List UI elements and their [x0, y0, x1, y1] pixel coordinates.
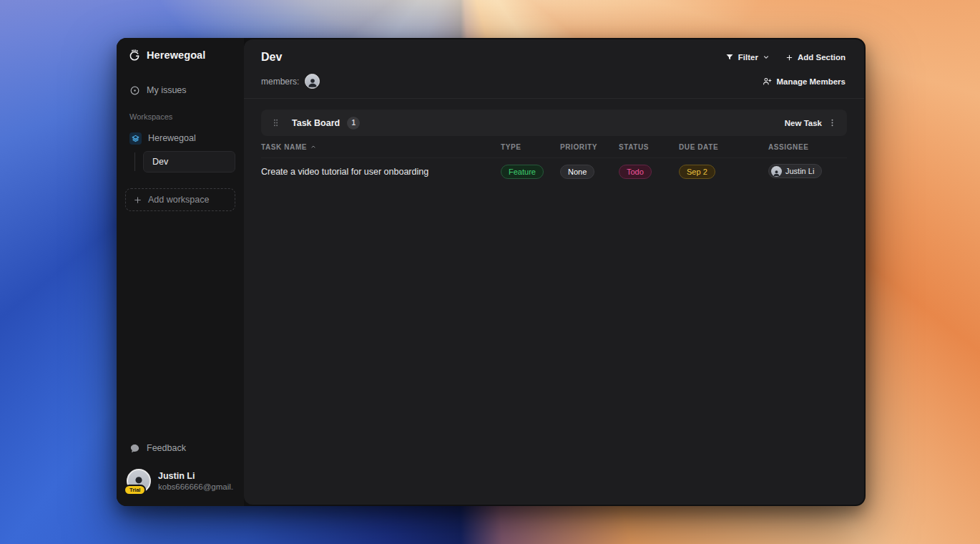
- funnel-icon: [725, 53, 734, 62]
- members-label: members:: [261, 77, 299, 87]
- plus-icon: [133, 195, 142, 205]
- user-name: Justin Li: [158, 471, 234, 481]
- add-workspace-label: Add workspace: [148, 195, 209, 205]
- filter-label: Filter: [738, 53, 758, 62]
- workspace-layers-icon: [129, 132, 142, 145]
- due-date-badge[interactable]: Sep 2: [679, 165, 715, 179]
- filter-button[interactable]: Filter: [724, 50, 771, 64]
- workspace-name: Herewegoal: [148, 133, 196, 143]
- plus-icon: [785, 54, 793, 62]
- assignee-badge[interactable]: Justin Li: [768, 164, 822, 178]
- app-brand: Herewegoal: [125, 49, 235, 62]
- drag-handle-icon[interactable]: [271, 117, 280, 128]
- section-menu-icon[interactable]: [828, 117, 837, 128]
- add-workspace-button[interactable]: Add workspace: [125, 188, 235, 211]
- speech-bubble-icon: [129, 443, 140, 454]
- new-task-button[interactable]: New Task: [785, 119, 822, 127]
- tree-indent-line: [134, 152, 135, 171]
- user-profile[interactable]: Trial Justin Li kobs666666@gmail....: [125, 467, 235, 496]
- page-title: Dev: [261, 51, 282, 64]
- assignee-name: Justin Li: [785, 167, 814, 175]
- member-avatar[interactable]: [305, 74, 320, 89]
- task-name[interactable]: Create a video tutorial for user onboard…: [261, 167, 501, 177]
- user-email: kobs666666@gmail....: [158, 482, 234, 491]
- section-title: Task Board: [292, 118, 340, 128]
- column-header-due-date[interactable]: DUE DATE: [679, 143, 768, 151]
- column-header-assignee[interactable]: ASSIGNEE: [768, 143, 847, 151]
- status-badge[interactable]: Todo: [619, 165, 652, 179]
- column-header-task-name[interactable]: TASK NAME: [261, 143, 501, 151]
- my-issues-label: My issues: [147, 85, 187, 95]
- sort-ascending-icon: [310, 143, 317, 150]
- feedback-button[interactable]: Feedback: [125, 437, 235, 459]
- workspaces-section-label: Workspaces: [125, 112, 235, 121]
- sidebar: Herewegoal My issues Workspaces Herewego…: [117, 38, 244, 506]
- board-section-header: Task Board 1 New Task: [261, 110, 847, 136]
- manage-members-label: Manage Members: [776, 77, 846, 86]
- user-avatar-wrap: Trial: [127, 469, 151, 493]
- type-badge[interactable]: Feature: [501, 165, 544, 179]
- sidebar-item-project-dev[interactable]: Dev: [143, 151, 235, 173]
- sidebar-item-workspace[interactable]: Herewegoal: [125, 127, 235, 149]
- add-section-label: Add Section: [798, 53, 846, 62]
- workspace-tree: Dev: [125, 151, 235, 173]
- table-header-row: TASK NAME TYPE PRIORITY STATUS DUE DATE …: [261, 136, 847, 158]
- add-section-button[interactable]: Add Section: [784, 50, 847, 64]
- app-window: Herewegoal My issues Workspaces Herewego…: [117, 38, 866, 506]
- sidebar-spacer: [125, 211, 235, 437]
- manage-members-button[interactable]: Manage Members: [761, 74, 847, 89]
- column-header-type[interactable]: TYPE: [501, 143, 560, 151]
- task-board: Task Board 1 New Task TASK NAME: [244, 99, 864, 505]
- chevron-down-icon: [763, 54, 770, 61]
- main-header: Dev Filter: [244, 39, 864, 98]
- priority-badge[interactable]: None: [560, 165, 594, 179]
- desktop-wallpaper: { "sidebar": { "brand": "Herewegoal", "m…: [0, 0, 980, 544]
- circle-dot-icon: [129, 85, 140, 96]
- user-meta: Justin Li kobs666666@gmail....: [158, 471, 234, 491]
- task-count-badge: 1: [347, 117, 360, 130]
- main-panel: Dev Filter: [244, 39, 864, 505]
- project-name: Dev: [152, 157, 168, 167]
- column-header-status[interactable]: STATUS: [619, 143, 679, 151]
- user-plus-icon: [763, 77, 772, 86]
- column-header-priority[interactable]: PRIORITY: [560, 143, 619, 151]
- trial-plan-badge: Trial: [124, 485, 146, 496]
- app-title: Herewegoal: [147, 49, 205, 61]
- fist-logo-icon: [128, 49, 141, 62]
- feedback-label: Feedback: [147, 443, 186, 453]
- sidebar-item-my-issues[interactable]: My issues: [125, 79, 235, 101]
- assignee-avatar: [771, 166, 782, 177]
- task-row[interactable]: Create a video tutorial for user onboard…: [261, 158, 847, 185]
